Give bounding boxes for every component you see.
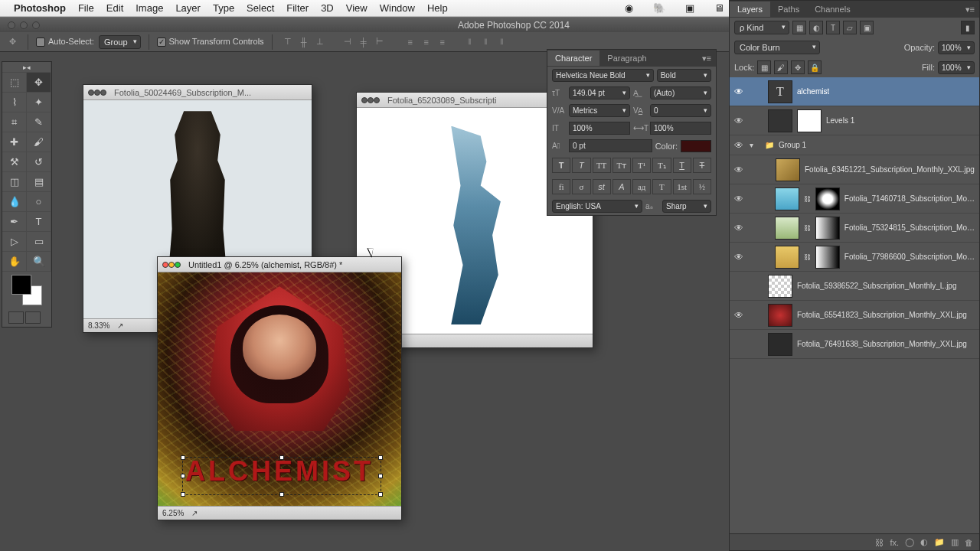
minimize-window-icon[interactable] <box>20 21 28 29</box>
visibility-toggle[interactable]: 👁 <box>733 310 745 321</box>
layer-name[interactable]: Fotolia_77986600_Subscription_Mont... <box>844 253 976 261</box>
auto-select-mode-dropdown[interactable]: Group <box>99 35 141 49</box>
evernote-icon[interactable]: ◉ <box>625 2 633 14</box>
menu-image[interactable]: Image <box>136 2 163 14</box>
crop-tool[interactable]: ⌗ <box>2 112 27 132</box>
gradient-tool[interactable]: ▤ <box>27 172 51 192</box>
layer-name[interactable]: Fotolia_65541823_Subscription_Monthly_XX… <box>797 311 967 319</box>
magic-wand-tool[interactable]: ✦ <box>27 93 51 112</box>
move-tool-icon[interactable]: ✥ <box>5 34 20 50</box>
layer-row[interactable]: Fotolia_59386522_Subscription_Monthly_L.… <box>730 272 979 301</box>
distribute-right-icon[interactable]: ⫴ <box>495 34 510 50</box>
doc1-zoom-icon[interactable] <box>100 90 106 96</box>
subscript-button[interactable]: T₁ <box>652 158 671 173</box>
blur-tool[interactable]: 💧 <box>2 192 27 212</box>
doc2-zoom-icon[interactable] <box>374 97 380 103</box>
layer-name[interactable]: Levels 1 <box>826 116 854 125</box>
distribute-left-icon[interactable]: ⫴ <box>462 34 478 50</box>
new-group-icon[interactable]: 📁 <box>934 537 945 547</box>
align-left-icon[interactable]: ⊣ <box>340 34 355 50</box>
layers-menu-icon[interactable]: ▾≡ <box>961 5 979 15</box>
character-tab[interactable]: Character <box>547 51 599 66</box>
align-top-icon[interactable]: ⊤ <box>280 34 296 50</box>
layer-row[interactable]: 👁 Fotolia_63451221_Subscription_Monthly_… <box>730 155 979 184</box>
screen-mode-toggle[interactable] <box>25 311 41 324</box>
paragraph-tab[interactable]: Paragraph <box>599 51 654 66</box>
fractions-button[interactable]: 1st <box>673 179 691 194</box>
menu-layer[interactable]: Layer <box>175 2 201 14</box>
doc3-zoom[interactable]: 6.25% <box>162 509 184 517</box>
history-brush-tool[interactable]: ↺ <box>27 152 51 172</box>
display-icon[interactable]: 🖥 <box>714 2 724 14</box>
mask-thumbnail[interactable] <box>815 217 840 240</box>
healing-brush-tool[interactable]: ✚ <box>2 132 27 152</box>
font-weight-dropdown[interactable]: Bold <box>657 69 711 82</box>
fill-field[interactable]: 100% <box>938 61 975 74</box>
allcaps-button[interactable]: TT <box>593 158 611 173</box>
stylistic-button[interactable]: A <box>612 179 631 194</box>
align-vcenter-icon[interactable]: ╫ <box>296 34 312 50</box>
zoom-tool[interactable]: 🔍 <box>27 252 51 272</box>
visibility-toggle[interactable]: 👁 <box>733 116 745 126</box>
text-color-swatch[interactable] <box>681 140 711 152</box>
vscale-field[interactable]: 100% <box>569 122 630 135</box>
layer-thumbnail[interactable] <box>775 246 799 269</box>
bold-button[interactable]: T <box>552 158 570 173</box>
show-transform-checkbox[interactable]: Show Transform Controls <box>157 37 264 47</box>
language-dropdown[interactable]: English: USA <box>552 200 642 213</box>
layer-row[interactable]: 👁 ⛓ Fotolia_71460718_Subscription_Mont..… <box>730 184 979 214</box>
layer-name[interactable]: Fotolia_75324815_Subscription_Mont... <box>844 223 976 232</box>
doc2-close-icon[interactable] <box>361 97 368 103</box>
smallcaps-button[interactable]: Tᴛ <box>612 158 631 173</box>
link-layers-icon[interactable]: ⛓ <box>875 538 884 547</box>
tracking-field[interactable]: 0 <box>650 104 711 117</box>
filter-kind-dropdown[interactable]: ρ Kind <box>734 21 789 34</box>
visibility-toggle[interactable]: 👁 <box>733 140 745 151</box>
titling-button[interactable]: aд <box>632 179 651 194</box>
channels-tab[interactable]: Channels <box>807 2 858 17</box>
align-bottom-icon[interactable]: ⊥ <box>312 34 328 50</box>
app-menu[interactable]: Photoshop <box>14 2 66 14</box>
layer-row[interactable]: 👁 Levels 1 <box>730 106 979 135</box>
move-tool[interactable]: ✥ <box>27 73 51 93</box>
doc1-min-icon[interactable] <box>94 90 100 96</box>
align-right-icon[interactable]: ⊢ <box>372 34 387 50</box>
font-family-dropdown[interactable]: Helvetica Neue Bold <box>552 69 654 82</box>
lock-trans-icon[interactable]: ▦ <box>757 60 771 74</box>
add-adjustment-icon[interactable]: ◐ <box>920 537 928 547</box>
contextual-button[interactable]: σ <box>572 179 590 194</box>
half-button[interactable]: ½ <box>693 179 711 194</box>
layer-row[interactable]: 👁 ⛓ Fotolia_75324815_Subscription_Mont..… <box>730 214 979 243</box>
baseline-field[interactable]: 0 pt <box>569 139 652 152</box>
layer-row[interactable]: 👁 ⛓ Fotolia_77986600_Subscription_Mont..… <box>730 243 979 272</box>
auto-select-checkbox[interactable]: Auto-Select: <box>36 37 94 47</box>
dodge-tool[interactable]: ○ <box>27 192 51 212</box>
new-layer-icon[interactable]: ▥ <box>951 537 959 547</box>
filter-type-icon[interactable]: T <box>826 21 840 34</box>
visibility-toggle[interactable]: 👁 <box>733 86 745 97</box>
elephant-icon[interactable]: 🐘 <box>653 2 665 14</box>
layer-name[interactable]: Group 1 <box>779 141 806 149</box>
link-icon[interactable]: ⛓ <box>804 224 811 232</box>
panel-menu-icon[interactable]: ▾≡ <box>697 54 716 64</box>
tablet-icon[interactable]: ▣ <box>685 2 694 14</box>
lock-all-icon[interactable]: 🔒 <box>808 60 822 74</box>
distribute-top-icon[interactable]: ≡ <box>403 34 418 50</box>
tools-grip-icon[interactable]: ▸◂ <box>2 62 51 73</box>
visibility-toggle[interactable]: 👁 <box>733 252 745 262</box>
visibility-toggle[interactable]: 👁 <box>733 223 745 233</box>
filter-pixel-icon[interactable]: ▦ <box>792 21 806 34</box>
layers-tab[interactable]: Layers <box>730 2 770 17</box>
shape-tool[interactable]: ▭ <box>27 232 51 252</box>
leading-field[interactable]: (Auto) <box>650 86 711 99</box>
layer-group-row[interactable]: 👁 ▾ 📁 Group 1 <box>730 135 979 155</box>
close-window-icon[interactable] <box>8 21 15 29</box>
hand-tool[interactable]: ✋ <box>2 252 27 272</box>
menu-view[interactable]: View <box>346 2 368 14</box>
opacity-field[interactable]: 100% <box>938 41 975 54</box>
lasso-tool[interactable]: ⌇ <box>2 93 27 112</box>
menu-type[interactable]: Type <box>213 2 234 14</box>
menu-help[interactable]: Help <box>427 2 448 14</box>
underline-button[interactable]: T <box>673 158 691 173</box>
filter-smart-icon[interactable]: ▣ <box>860 21 874 34</box>
